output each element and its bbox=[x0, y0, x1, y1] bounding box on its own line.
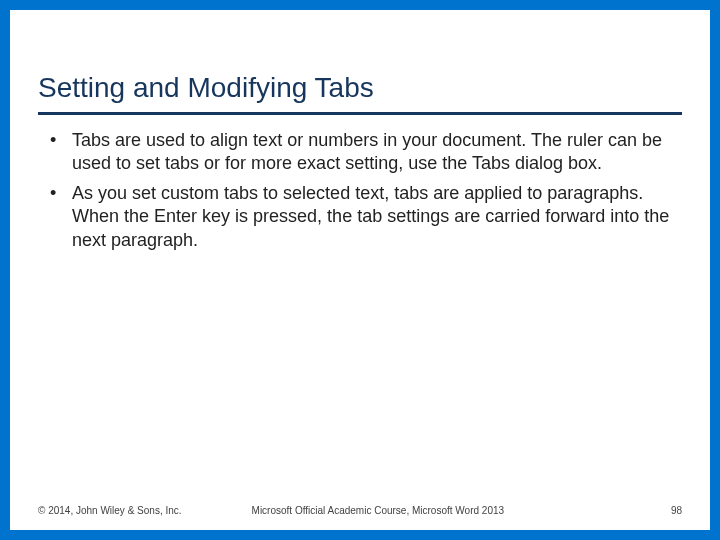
bullet-item: Tabs are used to align text or numbers i… bbox=[44, 129, 682, 176]
footer-copyright: © 2014, John Wiley & Sons, Inc. bbox=[38, 505, 182, 516]
bullet-list: Tabs are used to align text or numbers i… bbox=[38, 129, 682, 252]
slide-title: Setting and Modifying Tabs bbox=[38, 34, 682, 112]
footer-page-number: 98 bbox=[671, 505, 682, 516]
title-underline bbox=[38, 112, 682, 115]
slide: Setting and Modifying Tabs Tabs are used… bbox=[10, 10, 710, 530]
bullet-item: As you set custom tabs to selected text,… bbox=[44, 182, 682, 252]
footer-course: Microsoft Official Academic Course, Micr… bbox=[252, 505, 671, 516]
slide-footer: © 2014, John Wiley & Sons, Inc. Microsof… bbox=[38, 505, 682, 516]
